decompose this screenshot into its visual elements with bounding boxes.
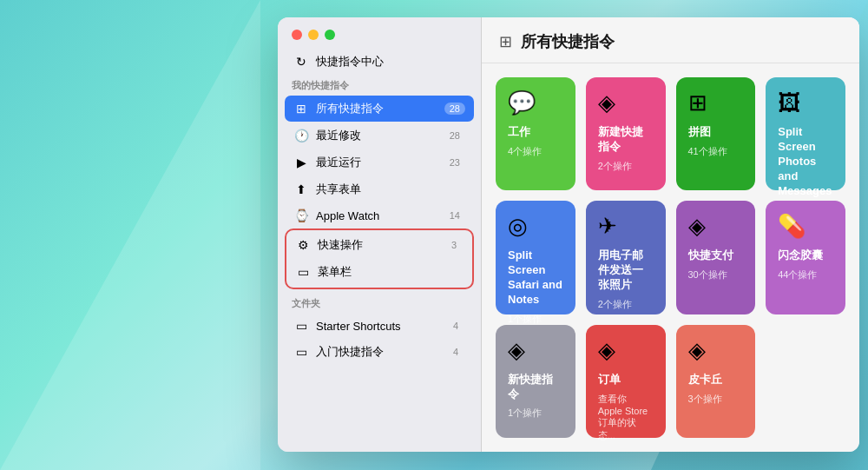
card-picard-icon: ◈: [688, 337, 744, 364]
card-puzzle[interactable]: ⊞ 拼图 41个操作: [676, 77, 756, 190]
card-order-subtitle: 查看你 Apple Store 订单的状态...: [598, 393, 654, 442]
card-photos-icon: 🖼: [778, 89, 833, 116]
shortcuts-grid: 💬 工作 4个操作 ◈ 新建快捷指令 2个操作 ⊞ 拼图 41个操作: [482, 63, 859, 452]
card-work-title: 工作: [508, 125, 563, 140]
card-puzzle-icon: ⊞: [688, 89, 744, 116]
minimize-button[interactable]: [308, 30, 319, 40]
traffic-lights: [278, 17, 481, 49]
main-header-icon: ⊞: [499, 32, 512, 51]
watch-icon: ⌚: [293, 209, 309, 222]
card-notes-cap[interactable]: 💊 闪念胶囊 44个操作: [766, 201, 845, 314]
card-work-subtitle: 4个操作: [508, 145, 563, 158]
card-picard[interactable]: ◈ 皮卡丘 3个操作: [676, 325, 756, 438]
folder-icon-starter: ▭: [293, 319, 309, 333]
card-quick-pay[interactable]: ◈ 快捷支付 30个操作: [676, 201, 756, 314]
main-header: ⊞ 所有快捷指令: [482, 17, 859, 63]
card-new-title: 新建快捷指令: [598, 125, 654, 155]
card-order-icon: ◈: [598, 337, 654, 364]
card-new2-title: 新快捷指令: [508, 373, 563, 402]
sidebar-item-run[interactable]: ▶ 最近运行 23: [285, 149, 474, 175]
sidebar-item-all[interactable]: ⊞ 所有快捷指令 28: [285, 96, 474, 122]
sidebar-item-menubar[interactable]: ▭ 菜单栏: [286, 259, 472, 285]
card-new-subtitle: 2个操作: [598, 160, 654, 173]
card-new-shortcut[interactable]: ◈ 新建快捷指令 2个操作: [586, 77, 666, 190]
sidebar-item-watch[interactable]: ⌚ Apple Watch 14: [285, 203, 474, 228]
card-safari-title: Split Screen Safari and Notes: [508, 248, 563, 308]
refresh-icon: ↻: [293, 55, 309, 69]
card-email-photo[interactable]: ✈ 用电子邮件发送一张照片 2个操作: [586, 201, 666, 314]
card-email-title: 用电子邮件发送一张照片: [598, 248, 654, 293]
sidebar-item-recent[interactable]: 🕐 最近修改 28: [285, 122, 474, 149]
maximize-button[interactable]: [325, 30, 335, 40]
share-icon: ⬆: [293, 182, 309, 196]
card-pay-icon: ◈: [688, 213, 744, 240]
folder-icon-intro: ▭: [293, 345, 309, 359]
card-order[interactable]: ◈ 订单 查看你 Apple Store 订单的状态...: [586, 325, 666, 438]
app-window: ↻ 快捷指令中心 我的快捷指令 ⊞ 所有快捷指令 28 🕐 最近修改 28: [278, 17, 859, 452]
card-new2-subtitle: 1个操作: [508, 407, 563, 420]
card-picard-title: 皮卡丘: [688, 373, 744, 387]
card-pay-subtitle: 30个操作: [688, 268, 744, 281]
main-panel: ⊞ 所有快捷指令 💬 工作 4个操作 ◈ 新建快捷指令 2个操作: [482, 17, 859, 452]
card-new-icon: ◈: [598, 89, 654, 116]
card-safari-subtitle: 1个操作: [508, 313, 563, 326]
card-photos-title: Split Screen Photos and Messages: [778, 125, 833, 198]
section-label-folders: 文件夹: [285, 290, 474, 314]
gear-icon: ⚙: [295, 238, 311, 252]
card-split-photos[interactable]: 🖼 Split Screen Photos and Messages 1个操作: [766, 77, 845, 190]
section-label-my: 我的快捷指令: [285, 76, 474, 96]
menubar-icon: ▭: [295, 265, 311, 279]
sidebar: ↻ 快捷指令中心 我的快捷指令 ⊞ 所有快捷指令 28 🕐 最近修改 28: [278, 17, 482, 452]
card-puzzle-title: 拼图: [688, 125, 744, 140]
card-new-shortcut2[interactable]: ◈ 新快捷指令 1个操作: [496, 325, 575, 438]
card-notes-icon: 💊: [778, 213, 833, 240]
play-icon: ▶: [293, 156, 309, 169]
card-safari-icon: ◎: [508, 213, 563, 240]
card-work[interactable]: 💬 工作 4个操作: [496, 77, 575, 190]
sidebar-item-starter[interactable]: ▭ Starter Shortcuts 4: [285, 314, 474, 338]
card-order-title: 订单: [598, 373, 654, 387]
card-work-icon: 💬: [508, 89, 563, 116]
card-split-safari[interactable]: ◎ Split Screen Safari and Notes 1个操作: [496, 201, 575, 314]
sidebar-header-label: 快捷指令中心: [316, 54, 465, 70]
highlight-box: ⚙ 快速操作 3 ▭ 菜单栏: [285, 228, 474, 289]
card-puzzle-subtitle: 41个操作: [688, 145, 744, 158]
sidebar-item-quickactions[interactable]: ⚙ 快速操作 3: [286, 232, 472, 258]
sidebar-header-item[interactable]: ↻ 快捷指令中心: [285, 49, 474, 75]
main-title: 所有快捷指令: [521, 31, 615, 52]
card-email-subtitle: 2个操作: [598, 298, 654, 311]
card-notes-title: 闪念胶囊: [778, 248, 833, 263]
clock-icon: 🕐: [293, 129, 309, 142]
card-notes-subtitle: 44个操作: [778, 268, 833, 281]
close-button[interactable]: [292, 30, 302, 40]
card-picard-subtitle: 3个操作: [688, 393, 744, 406]
card-new2-icon: ◈: [508, 337, 563, 364]
sidebar-item-intro[interactable]: ▭ 入门快捷指令 4: [285, 339, 474, 365]
card-pay-title: 快捷支付: [688, 248, 744, 263]
sidebar-item-share[interactable]: ⬆ 共享表单: [285, 176, 474, 202]
grid-icon: ⊞: [293, 102, 309, 116]
card-email-icon: ✈: [598, 213, 654, 240]
